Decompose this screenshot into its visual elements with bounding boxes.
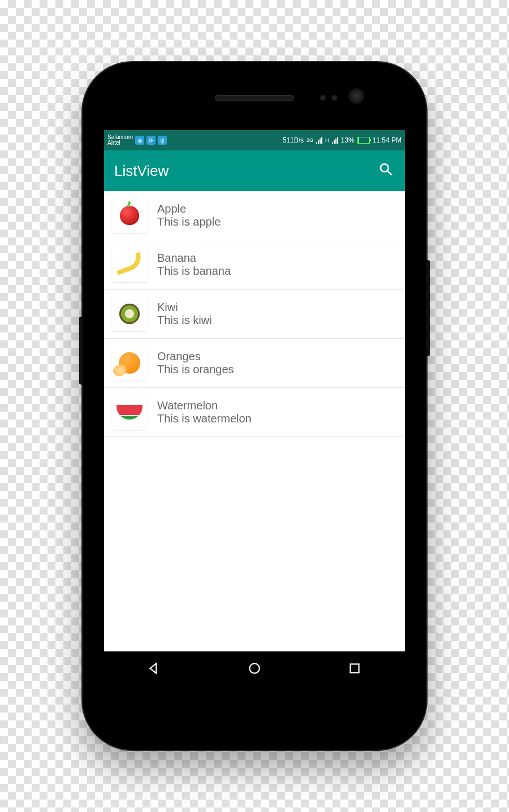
list-item-title: Apple bbox=[157, 202, 221, 215]
watermelon-icon bbox=[112, 395, 147, 430]
location-icon: ◎ bbox=[135, 136, 144, 145]
network-badge-2: H bbox=[325, 137, 329, 143]
recent-apps-icon[interactable] bbox=[347, 661, 362, 678]
phone-frame: Safaricom Airtel ◎ ⟳ ψ 511B/s 2G H 13% 1… bbox=[81, 61, 428, 751]
list-item[interactable]: Banana This is banana bbox=[104, 240, 405, 290]
list-item-title: Kiwi bbox=[157, 301, 212, 314]
usb-icon: ψ bbox=[158, 136, 167, 145]
carrier-2: Airtel bbox=[107, 140, 133, 146]
sync-icon: ⟳ bbox=[146, 136, 156, 145]
svg-point-0 bbox=[249, 663, 259, 673]
volume-button bbox=[79, 317, 83, 385]
power-button bbox=[426, 260, 430, 356]
list-item-subtitle: This is kiwi bbox=[157, 314, 212, 327]
search-icon[interactable] bbox=[378, 161, 395, 180]
listview[interactable]: Apple This is apple Banana This is banan… bbox=[104, 191, 405, 437]
carrier-labels: Safaricom Airtel bbox=[107, 135, 133, 146]
list-item-subtitle: This is apple bbox=[157, 215, 221, 228]
app-bar: ListView bbox=[104, 150, 405, 191]
list-item[interactable]: Kiwi This is kiwi bbox=[104, 290, 405, 339]
signal-bars-icon bbox=[316, 137, 322, 144]
list-item-title: Banana bbox=[157, 252, 231, 265]
list-item[interactable]: Oranges This is oranges bbox=[104, 339, 405, 388]
android-nav-bar bbox=[104, 651, 405, 688]
list-item-title: Oranges bbox=[157, 350, 234, 363]
orange-icon bbox=[112, 345, 147, 381]
battery-icon bbox=[357, 137, 370, 144]
front-camera bbox=[348, 88, 364, 104]
sensor bbox=[331, 95, 337, 101]
earpiece bbox=[215, 95, 294, 101]
app-title: ListView bbox=[114, 162, 169, 180]
signal-bars-icon bbox=[332, 137, 338, 144]
list-item-subtitle: This is watermelon bbox=[157, 412, 252, 425]
list-item[interactable]: Watermelon This is watermelon bbox=[104, 388, 405, 437]
status-bar: Safaricom Airtel ◎ ⟳ ψ 511B/s 2G H 13% 1… bbox=[104, 130, 405, 150]
sensor bbox=[320, 95, 326, 101]
list-item-subtitle: This is banana bbox=[157, 265, 231, 278]
svg-rect-1 bbox=[351, 664, 359, 672]
network-badge: 2G bbox=[307, 137, 313, 143]
data-rate: 511B/s bbox=[283, 136, 304, 144]
home-icon[interactable] bbox=[247, 661, 262, 678]
clock: 11:54 PM bbox=[373, 136, 402, 144]
battery-pct: 13% bbox=[341, 136, 355, 144]
apple-icon bbox=[112, 198, 147, 233]
list-item[interactable]: Apple This is apple bbox=[104, 191, 405, 240]
back-icon[interactable] bbox=[147, 661, 162, 678]
list-container: Apple This is apple Banana This is banan… bbox=[104, 191, 405, 651]
banana-icon bbox=[112, 247, 147, 282]
kiwi-icon bbox=[112, 296, 147, 331]
list-item-title: Watermelon bbox=[157, 399, 252, 412]
list-item-subtitle: This is oranges bbox=[157, 363, 234, 376]
screen: Safaricom Airtel ◎ ⟳ ψ 511B/s 2G H 13% 1… bbox=[104, 130, 405, 688]
